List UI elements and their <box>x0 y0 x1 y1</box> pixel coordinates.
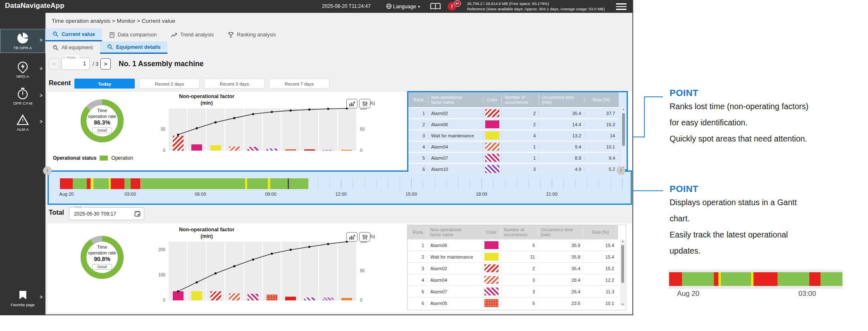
sidebar: TB OPR-A>NRG-A>OPR CY-M>!ALM-A>Favorite … <box>0 13 45 315</box>
tab-trend-analysis[interactable]: Trend analysis <box>164 28 221 41</box>
gantt-segment-op[interactable] <box>289 178 308 189</box>
column-header: Number ofoccurrences <box>501 227 538 237</box>
storage-line1: 26,706.2 / 29,614.8 MB (Free space: 90.1… <box>467 1 605 7</box>
occurrences-cell: 11 <box>501 254 538 259</box>
factor-name-cell: Alarm02 <box>428 111 483 116</box>
detail-button[interactable]: Detail <box>92 127 112 133</box>
scroll-up-icon[interactable]: ▲ <box>621 108 626 110</box>
add-chart-button[interactable] <box>346 99 358 108</box>
add-chart-button[interactable] <box>346 232 358 242</box>
hamburger-menu-icon[interactable] <box>616 3 627 12</box>
subtab-equipment-details[interactable]: Equipment details <box>100 41 168 54</box>
occurrences-cell: 3 <box>501 167 539 172</box>
manual-book-icon[interactable] <box>430 2 441 12</box>
legend-item-label: Operation <box>111 155 133 161</box>
gantt-left-handle[interactable]: ‖ <box>43 166 52 175</box>
chevron-right-icon: > <box>40 37 43 43</box>
top-bar: DataNavigateApp 2025-08-20 T11:24:47 Lan… <box>0 0 632 13</box>
sidebar-item-favorite-page[interactable]: Favorite page> <box>0 286 45 310</box>
color-cell <box>483 109 501 117</box>
recent-table-row[interactable]: 2Alarm06214.415.3 <box>408 118 619 130</box>
total-table-row[interactable]: 2Wait for maintenance1135.815.4 <box>408 251 618 262</box>
sidebar-item-alm-a[interactable]: !ALM-A> <box>0 110 45 134</box>
scroll-thumb[interactable] <box>622 113 625 146</box>
gantt-segment-op[interactable] <box>247 178 268 189</box>
sidebar-item-tb-opr-a[interactable]: TB OPR-A> <box>0 29 45 53</box>
callout-connector-1-stub <box>633 137 645 137</box>
tab-data-comparison[interactable]: Data comparison <box>102 28 164 41</box>
tab-label: Current value <box>62 31 95 37</box>
tab-ranking-analysis[interactable]: Ranking analysis <box>221 28 283 41</box>
factor-color-swatch <box>484 241 498 249</box>
gantt-segment-wait[interactable] <box>91 178 93 189</box>
gantt-segment-alarm[interactable] <box>111 178 124 189</box>
recent-table-row[interactable]: 1Alarm02235.437.7 <box>408 107 619 118</box>
scroll-down-icon[interactable]: ▼ <box>620 303 625 306</box>
recent-table-row[interactable]: 6Alarm1034.95.2 <box>408 163 619 174</box>
total-table-row[interactable]: 4Alarm04328.412.2 <box>408 274 618 285</box>
color-cell <box>482 288 501 295</box>
detail-button[interactable]: Detail <box>92 264 112 270</box>
gantt-segment-alarm[interactable] <box>131 178 141 189</box>
recent-table-row[interactable]: 5Alarm0718.89.4 <box>408 152 619 163</box>
sidebar-item-label: Favorite page <box>0 302 45 307</box>
gantt-segment-op[interactable] <box>124 178 131 189</box>
notification-alert[interactable]: ! 9+ <box>448 2 463 12</box>
recent-table-box: Rank.Non-operationalfactor nameColorNumb… <box>407 91 628 170</box>
range-button-recent-3-days[interactable]: Recent 3 days <box>204 79 265 89</box>
equipment-next-button[interactable]: > <box>100 58 111 70</box>
occurrence-time-cell: 13.2 <box>539 133 584 138</box>
gantt-segment-op[interactable] <box>73 178 87 189</box>
occurrences-cell: 1 <box>501 156 539 161</box>
scroll-up-icon[interactable]: ▲ <box>620 240 625 242</box>
calendar-icon[interactable] <box>134 211 141 218</box>
total-table-row[interactable]: 3Alarm02235.415.2 <box>408 262 618 274</box>
sidebar-item-nrg-a[interactable]: NRG-A> <box>0 58 45 82</box>
filter-sliders-button[interactable] <box>359 232 370 242</box>
chevron-down-icon: ▼ <box>417 5 421 9</box>
subtab-all-equipment[interactable]: All equipment <box>45 41 100 54</box>
gantt-right-handle[interactable]: ‖ <box>617 166 625 175</box>
rank-cell: 3 <box>408 133 428 138</box>
total-table-row[interactable]: 6Alarm05523.510.1 <box>408 297 618 309</box>
range-button-today[interactable]: Today <box>74 79 135 89</box>
gantt-chart-panel[interactable]: Aug 2003:0006:0009:0012:0015:0018:0021:0… <box>48 170 632 205</box>
gantt-segment-alarm[interactable] <box>87 178 91 189</box>
callout-connector-1-horizontal <box>644 96 663 97</box>
sidebar-item-opr-cy-m[interactable]: OPR CY-M> <box>0 84 45 108</box>
chart-unit-label: (min) <box>153 100 260 106</box>
factor-name-cell: Alarm02 <box>427 266 482 271</box>
table-scrollbar[interactable]: ▲ ▼ <box>621 107 626 169</box>
factor-name-cell: Alarm06 <box>427 243 482 248</box>
annotation-line: Easily track the latest operational <box>670 227 864 243</box>
filter-sliders-button[interactable] <box>359 99 370 108</box>
gantt-segment-op[interactable] <box>141 178 245 189</box>
mini-gantt-segment-alarm <box>669 272 682 286</box>
range-button-recent-7-days[interactable]: Recent 7 days <box>269 79 329 89</box>
annotation-line: updates. <box>670 243 864 259</box>
stopwatch-icon <box>0 87 45 100</box>
gantt-gridline <box>540 178 541 189</box>
point1-title: POINT <box>670 88 864 98</box>
total-table-row[interactable]: 1Alarm06535.915.4 <box>408 239 618 251</box>
from-date-field[interactable]: From 2025-05-30 T09:17 <box>69 207 144 220</box>
rank-cell: 1 <box>408 243 427 248</box>
total-table-row[interactable]: 5Alarm07326.411.3 <box>408 285 618 297</box>
recent-table-row[interactable]: 3Wait for maintenance413.214 <box>408 130 619 141</box>
gantt-segment-op[interactable] <box>93 178 109 189</box>
alert-count-badge: 9+ <box>454 0 461 7</box>
recent-donut-text: Time operation rate 86.3% Detail <box>77 108 127 133</box>
tab-current-value[interactable]: Current value <box>45 28 102 41</box>
mini-gantt-tick-2: 03:00 <box>791 290 824 298</box>
recent-table-row[interactable]: 4Alarm0419.410.1 <box>408 141 619 152</box>
equipment-number-field[interactable]: Equip... 1 <box>62 58 90 70</box>
range-button-recent-2-days[interactable]: Recent 2 days <box>139 79 200 89</box>
table-scrollbar[interactable]: ▲ ▼ <box>620 239 625 306</box>
gantt-segment-op[interactable] <box>270 178 288 189</box>
recent-pareto-cumulative-line <box>169 108 356 151</box>
language-menu[interactable]: Language ▼ <box>386 2 421 11</box>
scroll-thumb[interactable] <box>621 245 624 283</box>
gantt-segment-alarm[interactable] <box>60 178 73 189</box>
mini-gantt-segment-op <box>777 272 809 286</box>
equipment-prev-button[interactable]: < <box>49 58 59 70</box>
